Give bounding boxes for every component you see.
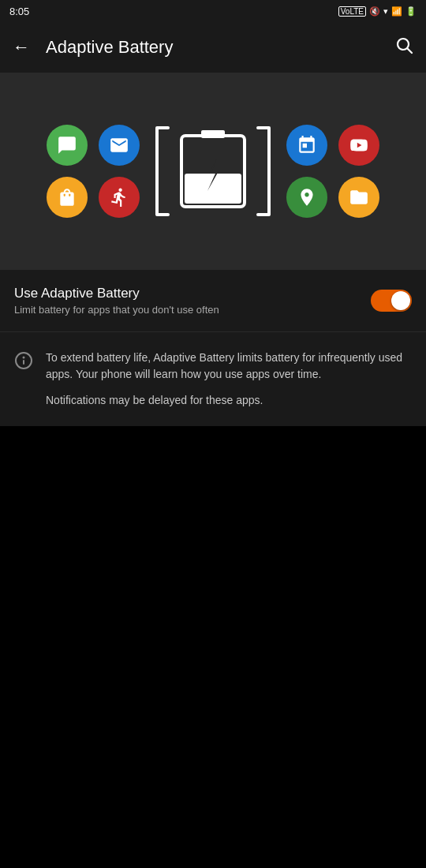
messages-icon <box>47 125 88 166</box>
status-bar: 8:05 VoLTE 🔇 ▾ 📶 🔋 <box>0 0 426 22</box>
info-text: To extend battery life, Adaptive Battery… <box>46 350 412 409</box>
adaptive-battery-subtitle: Limit battery for apps that you don't us… <box>14 304 219 316</box>
toggle-track <box>371 290 412 312</box>
right-bracket <box>252 124 275 219</box>
adaptive-battery-toggle-row[interactable]: Use Adaptive Battery Limit battery for a… <box>0 270 426 332</box>
status-time: 8:05 <box>9 6 29 17</box>
info-line2: Notifications may be delayed for these a… <box>46 392 412 409</box>
hero-illustration-area <box>0 73 426 270</box>
back-button[interactable]: ← <box>13 37 30 58</box>
adaptive-battery-toggle[interactable] <box>371 290 412 312</box>
svg-rect-4 <box>185 174 241 204</box>
battery-icon: 🔋 <box>405 6 417 17</box>
info-section: To extend battery life, Adaptive Battery… <box>0 332 426 426</box>
left-bracket <box>151 124 174 219</box>
calendar-icon <box>286 125 327 166</box>
status-icons: VoLTE 🔇 ▾ 📶 🔋 <box>338 6 417 17</box>
wifi-icon: ▾ <box>383 6 388 17</box>
battery-icon-center <box>178 128 248 215</box>
header: ← Adaptive Battery <box>0 22 426 73</box>
left-app-icons <box>47 125 140 218</box>
shopping-icon <box>47 177 88 218</box>
mail-icon <box>99 125 140 166</box>
files-icon <box>338 177 379 218</box>
hero-illustration <box>0 73 426 270</box>
signal-icon: 📶 <box>391 6 402 17</box>
toggle-thumb <box>391 291 410 310</box>
maps-icon <box>286 177 327 218</box>
right-app-icons <box>286 125 379 218</box>
page-title: Adaptive Battery <box>46 37 394 58</box>
info-icon <box>14 351 33 373</box>
svg-rect-3 <box>201 130 225 138</box>
info-line1: To extend battery life, Adaptive Battery… <box>46 350 412 383</box>
svg-line-1 <box>408 49 413 54</box>
fitness-icon <box>99 177 140 218</box>
volte-icon: VoLTE <box>338 6 366 17</box>
adaptive-battery-text: Use Adaptive Battery Limit battery for a… <box>14 286 219 316</box>
search-button[interactable] <box>394 36 413 59</box>
mute-icon: 🔇 <box>369 6 380 17</box>
youtube-icon <box>338 125 379 166</box>
adaptive-battery-title: Use Adaptive Battery <box>14 286 219 301</box>
